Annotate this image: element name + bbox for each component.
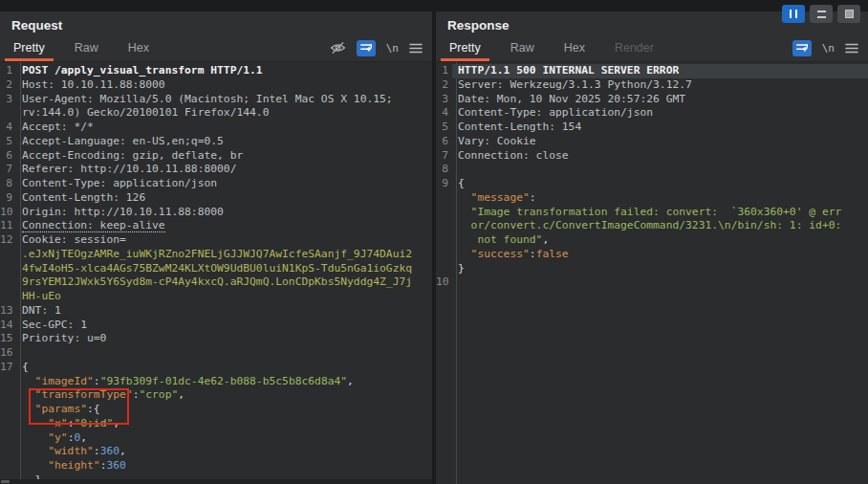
line-number: 13 [0, 304, 16, 319]
line-number [0, 248, 16, 262]
code-line: "width":360, [0, 445, 432, 459]
single-layout-icon [845, 10, 854, 18]
request-tab-raw[interactable]: Raw [73, 34, 100, 61]
word-wrap-button[interactable] [357, 40, 376, 56]
line-number: 11 [0, 219, 16, 233]
line-number [0, 375, 16, 389]
line-number: 7 [0, 163, 16, 177]
line-number: 2 [0, 78, 16, 93]
http-message-editor: Request Pretty Raw Hex [0, 0, 868, 484]
line-number: 5 [436, 121, 452, 135]
line-number [0, 106, 16, 121]
line-number: 1 [436, 64, 452, 78]
line-number [0, 445, 16, 459]
response-tab-render: Render [613, 34, 656, 61]
line-number [0, 290, 16, 304]
line-number [436, 206, 452, 220]
line-number [436, 191, 452, 206]
line-number: 17 [0, 361, 16, 375]
code-line: HH-uEo [0, 290, 432, 304]
code-line: 11Connection: keep-alive [0, 219, 432, 233]
newline-toggle[interactable]: \n [386, 42, 399, 55]
code-line: 8Content-Type: application/json [0, 177, 432, 191]
line-number: 8 [0, 177, 16, 191]
newline-toggle[interactable]: \n [822, 42, 835, 55]
code-line: 13DNT: 1 [0, 304, 432, 319]
line-number: 7 [436, 149, 452, 164]
code-line: 6Vary: Cookie [436, 135, 868, 149]
code-line: 5Accept-Language: en-US,en;q=0.5 [0, 135, 432, 149]
code-line: "message": [436, 191, 868, 206]
code-line: "y":0, [0, 431, 432, 446]
response-panel: Response Pretty Raw Hex Render \n [436, 11, 868, 484]
code-line: 4Accept: */* [0, 121, 432, 135]
code-line: 7Connection: close [436, 149, 868, 164]
word-wrap-button[interactable] [792, 40, 812, 56]
line-number: 4 [436, 106, 452, 121]
code-line: "transformType":"crop", [0, 388, 432, 403]
request-tabbar: Pretty Raw Hex [0, 34, 432, 62]
line-number: 10 [436, 275, 452, 290]
line-number [0, 431, 16, 446]
line-number [0, 275, 16, 290]
code-line: 17{ [0, 361, 432, 375]
line-number [0, 262, 16, 276]
code-line: or/convert.c/ConvertImageCommand/3231.\n… [436, 219, 868, 233]
line-number: 15 [0, 332, 16, 346]
editor-menu-icon[interactable] [409, 43, 423, 54]
code-line: 5Content-Length: 154 [436, 121, 868, 135]
response-code-area[interactable]: 1HTTP/1.1 500 INTERNAL SERVER ERROR2Serv… [436, 62, 868, 484]
code-line: 7Referer: http://10.10.11.88:8000/ [0, 163, 432, 177]
line-number [436, 219, 452, 233]
request-tab-pretty[interactable]: Pretty [11, 34, 47, 61]
code-line: "params":{ [0, 403, 432, 417]
code-line: 3User-Agent: Mozilla/5.0 (Macintosh; Int… [0, 93, 432, 107]
code-line: "success":false [436, 248, 868, 262]
response-tab-hex[interactable]: Hex [562, 34, 587, 61]
code-line: "height":360 [0, 459, 432, 473]
code-line: } [436, 262, 868, 276]
code-line: .eJxNjTEOgzAMRe_iuWKjRZno2FNELjGJJWJQ7Aw… [0, 248, 432, 262]
code-line: 4fwI4oH5-xlca4AGs75BZwM24KLXtOW9UdBU0lui… [0, 262, 432, 276]
code-line: 16 [0, 346, 432, 361]
line-number [0, 417, 16, 431]
request-code-area[interactable]: 1POST /apply_visual_transform HTTP/1.12H… [0, 62, 432, 484]
response-editor-icons: \n [792, 34, 858, 61]
line-number: 8 [436, 163, 452, 177]
code-line: 4Content-Type: application/json [436, 106, 868, 121]
line-number: 3 [436, 93, 452, 107]
line-number: 14 [0, 319, 16, 333]
line-number: 6 [436, 135, 452, 149]
line-number: 16 [0, 346, 16, 361]
code-line: 3Date: Mon, 10 Nov 2025 20:57:26 GMT [436, 93, 868, 107]
line-number [436, 248, 452, 262]
editor-menu-icon[interactable] [845, 43, 858, 54]
line-number: 6 [0, 149, 16, 164]
line-number: 9 [0, 191, 16, 206]
code-line: 2Server: Werkzeug/3.1.3 Python/3.12.7 [436, 78, 868, 93]
code-line: rv:144.0) Gecko/20100101 Firefox/144.0 [0, 106, 432, 121]
columns-layout-button[interactable] [782, 5, 805, 23]
rows-layout-button[interactable] [810, 5, 833, 23]
request-tab-hex[interactable]: Hex [126, 34, 151, 61]
line-number: 5 [0, 135, 16, 149]
line-number: 4 [0, 121, 16, 135]
response-tab-pretty[interactable]: Pretty [447, 34, 483, 61]
code-line: 2Host: 10.10.11.88:8000 [0, 78, 432, 93]
scrollbar-thumb[interactable] [1, 480, 10, 483]
code-line: 10Origin: http://10.10.11.88:8000 [0, 206, 432, 220]
line-number: 2 [436, 78, 452, 93]
line-number: 9 [436, 177, 452, 191]
code-line: 8 [436, 163, 868, 177]
hide-icon[interactable] [330, 41, 346, 55]
line-number: 10 [0, 206, 16, 220]
line-number [436, 262, 452, 276]
code-line: 9rsYEM12JWxk5Y6Syd8m-cP4Ay4kxcQ.aRJQmQ.L… [0, 275, 432, 290]
request-horizontal-scrollbar [0, 479, 432, 484]
single-layout-button[interactable] [837, 5, 860, 23]
code-line: 14Sec-GPC: 1 [0, 319, 432, 333]
code-line: "Image transformation failed: convert: `… [436, 206, 868, 220]
response-tab-raw[interactable]: Raw [509, 34, 536, 61]
request-panel: Request Pretty Raw Hex [0, 11, 432, 484]
line-number: 12 [0, 233, 16, 248]
